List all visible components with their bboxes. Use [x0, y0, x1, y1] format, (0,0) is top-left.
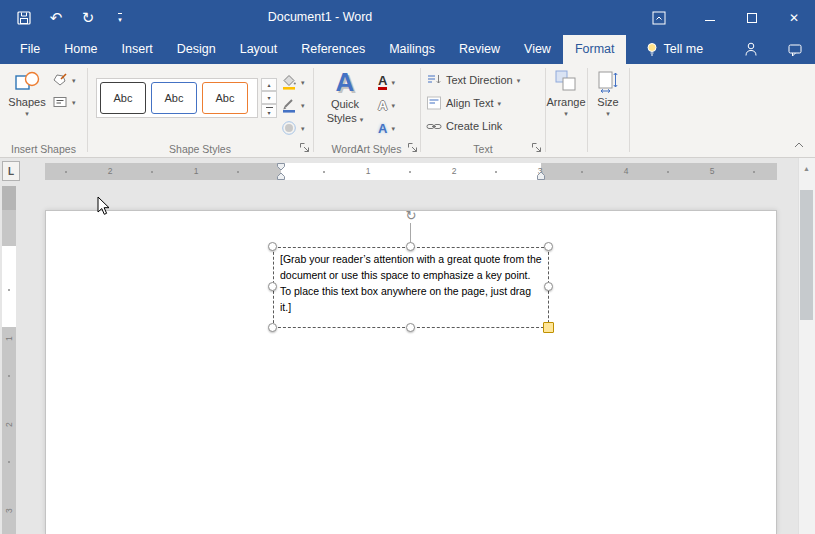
rotation-handle[interactable]: ↻	[403, 208, 419, 224]
edit-shape-button[interactable]: ▾	[52, 70, 76, 90]
ruler-number: 3	[4, 505, 14, 513]
tab-review[interactable]: Review	[447, 35, 512, 64]
indent-markers[interactable]	[275, 163, 287, 180]
tab-layout[interactable]: Layout	[228, 35, 290, 64]
collapse-ribbon-button[interactable]	[793, 137, 805, 152]
draw-text-box-icon	[52, 94, 68, 110]
ruler-number: 2	[106, 166, 114, 176]
tab-mailings[interactable]: Mailings	[377, 35, 447, 64]
gallery-more-icon	[266, 107, 273, 108]
mouse-cursor	[97, 196, 111, 216]
person-icon[interactable]	[743, 41, 759, 58]
selected-text-box[interactable]: [Grab your reader’s attention with a gre…	[273, 247, 549, 328]
create-link-icon	[426, 118, 442, 134]
text-direction-icon	[426, 72, 442, 88]
quick-styles-button[interactable]: A Quick Styles ▾	[318, 68, 372, 142]
shape-fill-icon	[281, 74, 297, 90]
shape-styles-dialog-launcher[interactable]	[299, 142, 311, 154]
chevron-down-icon: ▾	[564, 110, 568, 117]
tab-home[interactable]: Home	[52, 35, 109, 64]
resize-handle-top-left[interactable]	[268, 242, 277, 251]
text-direction-button[interactable]: Text Direction ▾	[426, 70, 520, 90]
gallery-scroll-down-button[interactable]: ▾	[261, 91, 277, 104]
dialog-launcher-icon	[407, 142, 419, 154]
comment-icon[interactable]	[787, 42, 803, 58]
text-dialog-launcher[interactable]	[531, 142, 543, 154]
wordart-styles-dialog-launcher[interactable]	[407, 142, 419, 154]
text-outline-button[interactable]: A ▾	[378, 95, 395, 115]
draw-text-box-button[interactable]: ▾	[52, 92, 76, 112]
chevron-down-icon: ▾	[391, 79, 395, 86]
resize-handle-middle-right[interactable]	[544, 282, 553, 291]
ruler-number: 5	[708, 166, 716, 176]
shape-outline-button[interactable]: ▾	[281, 95, 305, 115]
group-label-text: Text	[421, 143, 545, 155]
group-divider	[545, 68, 546, 152]
resize-handle-bottom-left[interactable]	[268, 323, 277, 332]
tab-design[interactable]: Design	[165, 35, 228, 64]
ruler-number: 2	[450, 166, 458, 176]
title-bar: ↶ ↻ ▾ Document1 - Word ✕	[0, 0, 815, 35]
shape-outline-icon	[281, 97, 297, 113]
window-title: Document1 - Word	[0, 0, 640, 35]
shape-fill-button[interactable]: ▾	[281, 72, 305, 92]
group-divider	[420, 68, 421, 152]
chevron-down-icon: ▾	[25, 110, 29, 117]
arrange-icon	[554, 68, 578, 94]
arrange-button[interactable]: Arrange ▾	[547, 68, 585, 142]
ruler-number: 4	[622, 166, 630, 176]
shape-style-option-1[interactable]: Abc	[100, 82, 146, 114]
minimize-button[interactable]	[689, 0, 731, 35]
ribbon-format-tab: Shapes ▾ ▾ ▾ Insert Shapes Abc Abc Abc ▴…	[0, 64, 815, 158]
tab-format[interactable]: Format	[563, 35, 627, 64]
gallery-scroll-up-button[interactable]: ▴	[261, 78, 277, 91]
text-outline-icon: A	[378, 99, 387, 112]
tab-stop-selector[interactable]: L	[2, 161, 20, 181]
shapes-button[interactable]: Shapes ▾	[4, 68, 50, 142]
shapes-icon	[14, 68, 40, 94]
close-button[interactable]: ✕	[773, 0, 815, 35]
ribbon-display-options-button[interactable]	[643, 0, 675, 35]
chevron-down-icon: ▾	[72, 99, 76, 106]
account-area	[743, 35, 803, 64]
gallery-more-button[interactable]: ▾	[261, 104, 277, 118]
text-effects-icon: A	[378, 122, 387, 135]
size-button[interactable]: Size ▾	[589, 68, 627, 142]
chevron-down-icon: ▾	[301, 125, 305, 132]
tab-view[interactable]: View	[512, 35, 563, 64]
shape-style-option-3[interactable]: Abc	[202, 82, 248, 114]
ruler-number: 2	[4, 419, 14, 427]
shape-effects-button[interactable]: ▾	[281, 118, 305, 138]
shape-style-option-2[interactable]: Abc	[151, 82, 197, 114]
ruler-number: 1	[364, 166, 372, 176]
maximize-button[interactable]	[731, 0, 773, 35]
align-text-icon	[426, 95, 442, 111]
chevron-down-icon: ▾	[606, 110, 610, 117]
text-fill-button[interactable]: A ▾	[378, 72, 395, 92]
group-divider	[87, 68, 88, 152]
scrollbar-up-arrow[interactable]: ▲	[798, 162, 815, 176]
text-box-text: [Grab your reader’s attention with a gre…	[280, 251, 542, 315]
resize-handle-bottom-right[interactable]	[543, 322, 554, 333]
vertical-ruler: 1 2 3	[2, 186, 16, 534]
create-link-button[interactable]: Create Link	[426, 116, 502, 136]
resize-handle-top-right[interactable]	[544, 242, 553, 251]
tab-tell-me[interactable]: Tell me	[634, 35, 715, 64]
tab-references[interactable]: References	[289, 35, 377, 64]
tab-insert[interactable]: Insert	[110, 35, 165, 64]
lightbulb-icon	[646, 42, 658, 57]
ribbon-display-options-icon	[652, 11, 666, 25]
document-page[interactable]: ↻ [Grab your reader’s attention with a g…	[45, 210, 777, 534]
tab-file[interactable]: File	[8, 35, 52, 64]
resize-handle-top-middle[interactable]	[406, 242, 415, 251]
chevron-down-icon: ▾	[360, 116, 364, 123]
text-effects-button[interactable]: A ▾	[378, 118, 395, 138]
chevron-down-icon: ▾	[391, 102, 395, 109]
scrollbar-thumb[interactable]	[800, 190, 813, 320]
group-divider	[313, 68, 314, 152]
shape-styles-gallery: Abc Abc Abc	[96, 78, 258, 118]
resize-handle-middle-left[interactable]	[268, 282, 277, 291]
resize-handle-bottom-middle[interactable]	[406, 323, 415, 332]
right-indent-marker[interactable]	[535, 171, 547, 180]
align-text-button[interactable]: Align Text ▾	[426, 93, 501, 113]
